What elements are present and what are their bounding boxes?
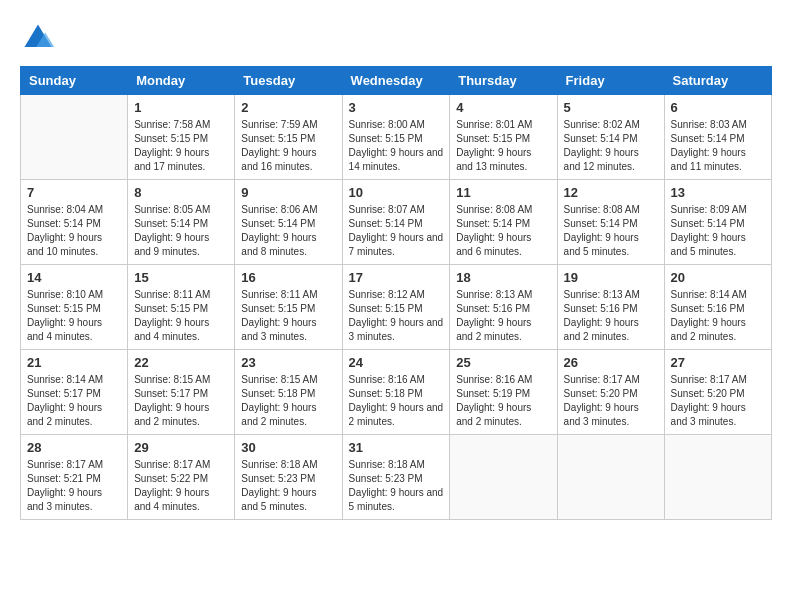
day-number: 31 xyxy=(349,440,444,455)
calendar-cell: 6Sunrise: 8:03 AMSunset: 5:14 PMDaylight… xyxy=(664,95,771,180)
day-info: Sunrise: 8:15 AMSunset: 5:17 PMDaylight:… xyxy=(134,373,228,429)
day-number: 13 xyxy=(671,185,765,200)
day-info: Sunrise: 8:17 AMSunset: 5:21 PMDaylight:… xyxy=(27,458,121,514)
logo-icon xyxy=(20,20,56,56)
calendar-table: SundayMondayTuesdayWednesdayThursdayFrid… xyxy=(20,66,772,520)
calendar-cell: 11Sunrise: 8:08 AMSunset: 5:14 PMDayligh… xyxy=(450,180,557,265)
calendar-cell: 13Sunrise: 8:09 AMSunset: 5:14 PMDayligh… xyxy=(664,180,771,265)
day-info: Sunrise: 8:04 AMSunset: 5:14 PMDaylight:… xyxy=(27,203,121,259)
day-info: Sunrise: 8:14 AMSunset: 5:16 PMDaylight:… xyxy=(671,288,765,344)
day-info: Sunrise: 8:01 AMSunset: 5:15 PMDaylight:… xyxy=(456,118,550,174)
calendar-cell: 19Sunrise: 8:13 AMSunset: 5:16 PMDayligh… xyxy=(557,265,664,350)
day-info: Sunrise: 8:11 AMSunset: 5:15 PMDaylight:… xyxy=(241,288,335,344)
calendar-cell: 7Sunrise: 8:04 AMSunset: 5:14 PMDaylight… xyxy=(21,180,128,265)
day-info: Sunrise: 8:08 AMSunset: 5:14 PMDaylight:… xyxy=(456,203,550,259)
day-info: Sunrise: 7:58 AMSunset: 5:15 PMDaylight:… xyxy=(134,118,228,174)
day-number: 19 xyxy=(564,270,658,285)
calendar-cell: 20Sunrise: 8:14 AMSunset: 5:16 PMDayligh… xyxy=(664,265,771,350)
day-number: 3 xyxy=(349,100,444,115)
day-info: Sunrise: 8:02 AMSunset: 5:14 PMDaylight:… xyxy=(564,118,658,174)
calendar-cell: 30Sunrise: 8:18 AMSunset: 5:23 PMDayligh… xyxy=(235,435,342,520)
day-number: 17 xyxy=(349,270,444,285)
calendar-header-row: SundayMondayTuesdayWednesdayThursdayFrid… xyxy=(21,67,772,95)
day-info: Sunrise: 8:14 AMSunset: 5:17 PMDaylight:… xyxy=(27,373,121,429)
day-number: 14 xyxy=(27,270,121,285)
calendar-cell: 17Sunrise: 8:12 AMSunset: 5:15 PMDayligh… xyxy=(342,265,450,350)
day-info: Sunrise: 8:11 AMSunset: 5:15 PMDaylight:… xyxy=(134,288,228,344)
calendar-cell xyxy=(557,435,664,520)
calendar-cell: 1Sunrise: 7:58 AMSunset: 5:15 PMDaylight… xyxy=(128,95,235,180)
day-number: 20 xyxy=(671,270,765,285)
day-number: 27 xyxy=(671,355,765,370)
day-info: Sunrise: 8:18 AMSunset: 5:23 PMDaylight:… xyxy=(349,458,444,514)
calendar-cell: 2Sunrise: 7:59 AMSunset: 5:15 PMDaylight… xyxy=(235,95,342,180)
day-number: 6 xyxy=(671,100,765,115)
calendar-cell: 28Sunrise: 8:17 AMSunset: 5:21 PMDayligh… xyxy=(21,435,128,520)
calendar-week-row: 7Sunrise: 8:04 AMSunset: 5:14 PMDaylight… xyxy=(21,180,772,265)
calendar-cell: 14Sunrise: 8:10 AMSunset: 5:15 PMDayligh… xyxy=(21,265,128,350)
day-number: 4 xyxy=(456,100,550,115)
weekday-header: Friday xyxy=(557,67,664,95)
day-info: Sunrise: 8:16 AMSunset: 5:18 PMDaylight:… xyxy=(349,373,444,429)
calendar-cell: 15Sunrise: 8:11 AMSunset: 5:15 PMDayligh… xyxy=(128,265,235,350)
day-number: 24 xyxy=(349,355,444,370)
calendar-cell: 12Sunrise: 8:08 AMSunset: 5:14 PMDayligh… xyxy=(557,180,664,265)
calendar-week-row: 1Sunrise: 7:58 AMSunset: 5:15 PMDaylight… xyxy=(21,95,772,180)
calendar-cell: 25Sunrise: 8:16 AMSunset: 5:19 PMDayligh… xyxy=(450,350,557,435)
calendar-cell xyxy=(21,95,128,180)
calendar-cell: 5Sunrise: 8:02 AMSunset: 5:14 PMDaylight… xyxy=(557,95,664,180)
day-info: Sunrise: 8:07 AMSunset: 5:14 PMDaylight:… xyxy=(349,203,444,259)
calendar-cell: 24Sunrise: 8:16 AMSunset: 5:18 PMDayligh… xyxy=(342,350,450,435)
day-number: 29 xyxy=(134,440,228,455)
day-info: Sunrise: 8:18 AMSunset: 5:23 PMDaylight:… xyxy=(241,458,335,514)
calendar-cell: 9Sunrise: 8:06 AMSunset: 5:14 PMDaylight… xyxy=(235,180,342,265)
day-number: 18 xyxy=(456,270,550,285)
calendar-cell: 18Sunrise: 8:13 AMSunset: 5:16 PMDayligh… xyxy=(450,265,557,350)
calendar-cell: 27Sunrise: 8:17 AMSunset: 5:20 PMDayligh… xyxy=(664,350,771,435)
calendar-cell xyxy=(450,435,557,520)
calendar-cell xyxy=(664,435,771,520)
calendar-cell: 10Sunrise: 8:07 AMSunset: 5:14 PMDayligh… xyxy=(342,180,450,265)
calendar-cell: 31Sunrise: 8:18 AMSunset: 5:23 PMDayligh… xyxy=(342,435,450,520)
day-info: Sunrise: 8:03 AMSunset: 5:14 PMDaylight:… xyxy=(671,118,765,174)
day-number: 10 xyxy=(349,185,444,200)
page-header xyxy=(20,20,772,56)
day-info: Sunrise: 8:05 AMSunset: 5:14 PMDaylight:… xyxy=(134,203,228,259)
day-number: 22 xyxy=(134,355,228,370)
day-info: Sunrise: 8:17 AMSunset: 5:20 PMDaylight:… xyxy=(564,373,658,429)
calendar-week-row: 28Sunrise: 8:17 AMSunset: 5:21 PMDayligh… xyxy=(21,435,772,520)
calendar-cell: 22Sunrise: 8:15 AMSunset: 5:17 PMDayligh… xyxy=(128,350,235,435)
calendar-cell: 3Sunrise: 8:00 AMSunset: 5:15 PMDaylight… xyxy=(342,95,450,180)
day-info: Sunrise: 8:09 AMSunset: 5:14 PMDaylight:… xyxy=(671,203,765,259)
day-number: 8 xyxy=(134,185,228,200)
day-number: 5 xyxy=(564,100,658,115)
calendar-week-row: 21Sunrise: 8:14 AMSunset: 5:17 PMDayligh… xyxy=(21,350,772,435)
day-number: 30 xyxy=(241,440,335,455)
day-info: Sunrise: 8:17 AMSunset: 5:22 PMDaylight:… xyxy=(134,458,228,514)
calendar-cell: 23Sunrise: 8:15 AMSunset: 5:18 PMDayligh… xyxy=(235,350,342,435)
day-number: 26 xyxy=(564,355,658,370)
calendar-week-row: 14Sunrise: 8:10 AMSunset: 5:15 PMDayligh… xyxy=(21,265,772,350)
day-info: Sunrise: 8:13 AMSunset: 5:16 PMDaylight:… xyxy=(564,288,658,344)
day-number: 21 xyxy=(27,355,121,370)
day-number: 16 xyxy=(241,270,335,285)
day-number: 15 xyxy=(134,270,228,285)
calendar-cell: 21Sunrise: 8:14 AMSunset: 5:17 PMDayligh… xyxy=(21,350,128,435)
day-info: Sunrise: 7:59 AMSunset: 5:15 PMDaylight:… xyxy=(241,118,335,174)
day-info: Sunrise: 8:06 AMSunset: 5:14 PMDaylight:… xyxy=(241,203,335,259)
day-number: 11 xyxy=(456,185,550,200)
calendar-cell: 29Sunrise: 8:17 AMSunset: 5:22 PMDayligh… xyxy=(128,435,235,520)
calendar-cell: 8Sunrise: 8:05 AMSunset: 5:14 PMDaylight… xyxy=(128,180,235,265)
day-number: 25 xyxy=(456,355,550,370)
day-info: Sunrise: 8:12 AMSunset: 5:15 PMDaylight:… xyxy=(349,288,444,344)
weekday-header: Monday xyxy=(128,67,235,95)
weekday-header: Sunday xyxy=(21,67,128,95)
day-info: Sunrise: 8:15 AMSunset: 5:18 PMDaylight:… xyxy=(241,373,335,429)
day-number: 28 xyxy=(27,440,121,455)
calendar-cell: 16Sunrise: 8:11 AMSunset: 5:15 PMDayligh… xyxy=(235,265,342,350)
logo xyxy=(20,20,60,56)
day-number: 9 xyxy=(241,185,335,200)
day-number: 23 xyxy=(241,355,335,370)
weekday-header: Thursday xyxy=(450,67,557,95)
day-info: Sunrise: 8:10 AMSunset: 5:15 PMDaylight:… xyxy=(27,288,121,344)
